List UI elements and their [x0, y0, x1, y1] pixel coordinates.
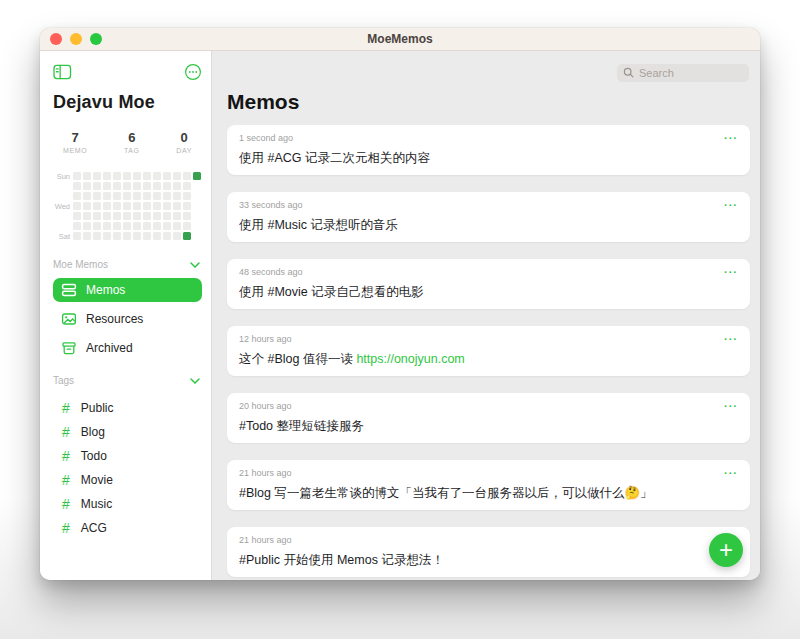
heatmap-day-label: Wed — [53, 203, 70, 211]
heatmap-cell — [103, 192, 111, 200]
add-memo-button[interactable]: + — [709, 533, 743, 567]
heatmap-cell — [193, 232, 201, 240]
tag-label: Blog — [81, 425, 105, 439]
memo-more-icon[interactable]: ··· — [724, 268, 738, 276]
heatmap-cell — [193, 202, 201, 210]
resources-icon — [61, 311, 77, 327]
heatmap-cell — [73, 212, 81, 220]
tag-label: ACG — [81, 521, 107, 535]
sidebar-tag-item[interactable]: # Music — [53, 492, 202, 516]
tags-section-label: Tags — [53, 375, 74, 386]
titlebar[interactable]: MoeMemos — [40, 28, 760, 51]
heatmap-cell — [163, 202, 171, 210]
hash-icon: # — [62, 425, 70, 439]
toggle-sidebar-button[interactable] — [53, 64, 72, 80]
heatmap-cell — [113, 192, 121, 200]
archived-icon — [61, 340, 77, 356]
memo-card[interactable]: 21 hours ago ··· #Blog 写一篇老生常谈的博文「当我有了一台… — [227, 460, 750, 510]
memo-timestamp: 21 hours ago — [239, 468, 292, 478]
tag-label: Todo — [81, 449, 107, 463]
heatmap-cell — [193, 212, 201, 220]
zoom-button[interactable] — [90, 33, 102, 45]
chevron-down-icon[interactable] — [190, 378, 200, 384]
heatmap-cell — [173, 222, 181, 230]
heatmap-cell — [143, 202, 151, 210]
heatmap-cell — [103, 222, 111, 230]
heatmap-cell — [73, 172, 81, 180]
heatmap-cell — [73, 192, 81, 200]
memo-more-icon[interactable]: ··· — [724, 201, 738, 209]
heatmap-cell — [193, 172, 201, 180]
heatmap-cell — [163, 222, 171, 230]
heatmap-cell — [153, 202, 161, 210]
profile-name: Dejavu Moe — [53, 92, 202, 113]
memo-more-icon[interactable]: ··· — [724, 469, 738, 477]
minimize-button[interactable] — [70, 33, 82, 45]
menu-item-label: Memos — [86, 283, 125, 297]
window-title: MoeMemos — [40, 32, 760, 46]
heatmap-cell — [133, 222, 141, 230]
close-button[interactable] — [50, 33, 62, 45]
memo-content: #Todo 整理短链接服务 — [239, 418, 738, 434]
heatmap-cell — [193, 192, 201, 200]
sidebar-tag-item[interactable]: # Public — [53, 396, 202, 420]
heatmap-cell — [133, 182, 141, 190]
heatmap-cell — [183, 202, 191, 210]
sidebar-tag-item[interactable]: # Blog — [53, 420, 202, 444]
sidebar-item-resources[interactable]: Resources — [53, 307, 202, 331]
more-options-button[interactable] — [184, 63, 202, 81]
heatmap-cell — [73, 182, 81, 190]
stat-label: MEMO — [63, 147, 87, 154]
heatmap-cell — [173, 182, 181, 190]
sidebar-item-memos[interactable]: Memos — [53, 278, 202, 302]
memo-list: 1 second ago ··· 使用 #ACG 记录二次元相关的内容 33 s… — [227, 125, 752, 577]
search-row — [227, 63, 752, 82]
memo-timestamp: 48 seconds ago — [239, 267, 303, 277]
memo-link[interactable]: https://onojyun.com — [356, 352, 464, 366]
heatmap-day-label: Sat — [53, 233, 70, 241]
heatmap-cell — [143, 172, 151, 180]
memo-more-icon[interactable]: ··· — [724, 134, 738, 142]
heatmap-cell — [93, 182, 101, 190]
memo-card[interactable]: 48 seconds ago ··· 使用 #Movie 记录自己想看的电影 — [227, 259, 750, 309]
memo-content: #Public 开始使用 Memos 记录想法！ — [239, 552, 738, 568]
memo-card[interactable]: 1 second ago ··· 使用 #ACG 记录二次元相关的内容 — [227, 125, 750, 175]
memo-card[interactable]: 20 hours ago ··· #Todo 整理短链接服务 — [227, 393, 750, 443]
heatmap-cell — [83, 202, 91, 210]
heatmap-cell — [103, 202, 111, 210]
hash-icon: # — [62, 449, 70, 463]
heatmap-cell — [163, 182, 171, 190]
heatmap-cell — [93, 172, 101, 180]
heatmap-cell — [93, 212, 101, 220]
sidebar-tag-item[interactable]: # ACG — [53, 516, 202, 540]
memo-card[interactable]: 21 hours ago ··· #Public 开始使用 Memos 记录想法… — [227, 527, 750, 577]
heatmap-cell — [123, 172, 131, 180]
heatmap-cell — [133, 172, 141, 180]
sidebar-item-archived[interactable]: Archived — [53, 336, 202, 360]
sidebar-tag-item[interactable]: # Movie — [53, 468, 202, 492]
memo-card[interactable]: 12 hours ago ··· 这个 #Blog 值得一读 https://o… — [227, 326, 750, 376]
chevron-down-icon[interactable] — [190, 262, 200, 268]
heatmap-cell — [183, 222, 191, 230]
memo-more-icon[interactable]: ··· — [724, 335, 738, 343]
heatmap-cell — [163, 212, 171, 220]
heatmap-cell — [123, 202, 131, 210]
memo-more-icon[interactable]: ··· — [724, 402, 738, 410]
search-input[interactable] — [617, 64, 749, 82]
heatmap-cell — [113, 232, 121, 240]
memo-timestamp: 33 seconds ago — [239, 200, 303, 210]
stat-block: 7 MEMO — [63, 130, 87, 154]
heatmap-cell — [113, 212, 121, 220]
heatmap-cell — [123, 232, 131, 240]
memo-card[interactable]: 33 seconds ago ··· 使用 #Music 记录想听的音乐 — [227, 192, 750, 242]
heatmap-cell — [173, 212, 181, 220]
memo-content: 使用 #Music 记录想听的音乐 — [239, 217, 738, 233]
memo-content: 使用 #ACG 记录二次元相关的内容 — [239, 150, 738, 166]
tag-label: Music — [81, 497, 112, 511]
heatmap-cell — [183, 182, 191, 190]
memo-timestamp: 21 hours ago — [239, 535, 292, 545]
memo-content: 这个 #Blog 值得一读 https://onojyun.com — [239, 351, 738, 367]
sidebar-tag-item[interactable]: # Todo — [53, 444, 202, 468]
heatmap-cell — [73, 232, 81, 240]
heatmap-cell — [143, 232, 151, 240]
